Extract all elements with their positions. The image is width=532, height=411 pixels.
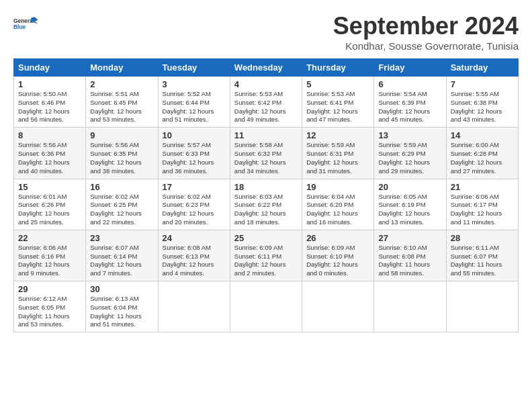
month-year: September 2024 bbox=[333, 12, 519, 40]
day-info: Sunrise: 6:01 AM Sunset: 6:26 PM Dayligh… bbox=[18, 193, 81, 227]
logo-icon: General Blue bbox=[13, 12, 38, 36]
day-cell: 18Sunrise: 6:03 AM Sunset: 6:22 PM Dayli… bbox=[230, 179, 302, 230]
day-cell: 2Sunrise: 5:51 AM Sunset: 6:45 PM Daylig… bbox=[86, 77, 158, 128]
day-cell: 3Sunrise: 5:52 AM Sunset: 6:44 PM Daylig… bbox=[158, 77, 230, 128]
day-cell: 5Sunrise: 5:53 AM Sunset: 6:41 PM Daylig… bbox=[302, 77, 374, 128]
day-number: 6 bbox=[378, 79, 441, 89]
day-number: 9 bbox=[90, 130, 153, 140]
day-number: 17 bbox=[163, 182, 226, 192]
day-info: Sunrise: 6:02 AM Sunset: 6:25 PM Dayligh… bbox=[90, 193, 153, 227]
day-number: 8 bbox=[18, 130, 81, 140]
calendar-table: SundayMondayTuesdayWednesdayThursdayFrid… bbox=[13, 58, 519, 332]
day-info: Sunrise: 6:13 AM Sunset: 6:04 PM Dayligh… bbox=[90, 295, 153, 329]
day-number: 26 bbox=[306, 233, 369, 243]
day-cell: 19Sunrise: 6:04 AM Sunset: 6:20 PM Dayli… bbox=[302, 179, 374, 230]
day-cell: 23Sunrise: 6:07 AM Sunset: 6:14 PM Dayli… bbox=[86, 230, 158, 281]
day-cell: 12Sunrise: 5:59 AM Sunset: 6:31 PM Dayli… bbox=[302, 128, 374, 179]
week-row-4: 22Sunrise: 6:06 AM Sunset: 6:16 PM Dayli… bbox=[14, 230, 519, 281]
day-cell bbox=[302, 281, 374, 332]
day-info: Sunrise: 5:54 AM Sunset: 6:39 PM Dayligh… bbox=[378, 90, 441, 124]
header: General Blue September 2024 Kondhar, Sou… bbox=[13, 12, 519, 52]
day-info: Sunrise: 5:59 AM Sunset: 6:31 PM Dayligh… bbox=[306, 141, 369, 175]
day-number: 12 bbox=[306, 130, 369, 140]
day-info: Sunrise: 6:12 AM Sunset: 6:05 PM Dayligh… bbox=[18, 295, 81, 329]
day-number: 2 bbox=[90, 79, 153, 89]
day-info: Sunrise: 5:55 AM Sunset: 6:38 PM Dayligh… bbox=[451, 90, 514, 124]
day-info: Sunrise: 6:10 AM Sunset: 6:08 PM Dayligh… bbox=[378, 244, 441, 278]
day-cell: 15Sunrise: 6:01 AM Sunset: 6:26 PM Dayli… bbox=[14, 179, 86, 230]
day-info: Sunrise: 6:03 AM Sunset: 6:22 PM Dayligh… bbox=[234, 193, 298, 227]
day-info: Sunrise: 6:07 AM Sunset: 6:14 PM Dayligh… bbox=[90, 244, 153, 278]
week-row-3: 15Sunrise: 6:01 AM Sunset: 6:26 PM Dayli… bbox=[14, 179, 519, 230]
weekday-tuesday: Tuesday bbox=[158, 59, 230, 77]
day-info: Sunrise: 5:53 AM Sunset: 6:41 PM Dayligh… bbox=[306, 90, 369, 124]
day-cell: 20Sunrise: 6:05 AM Sunset: 6:19 PM Dayli… bbox=[374, 179, 446, 230]
day-info: Sunrise: 5:57 AM Sunset: 6:33 PM Dayligh… bbox=[163, 141, 226, 175]
day-cell: 28Sunrise: 6:11 AM Sunset: 6:07 PM Dayli… bbox=[446, 230, 518, 281]
day-info: Sunrise: 5:58 AM Sunset: 6:32 PM Dayligh… bbox=[234, 141, 298, 175]
week-row-2: 8Sunrise: 5:56 AM Sunset: 6:36 PM Daylig… bbox=[14, 128, 519, 179]
day-info: Sunrise: 6:00 AM Sunset: 6:28 PM Dayligh… bbox=[451, 141, 514, 175]
day-cell: 10Sunrise: 5:57 AM Sunset: 6:33 PM Dayli… bbox=[158, 128, 230, 179]
day-cell: 7Sunrise: 5:55 AM Sunset: 6:38 PM Daylig… bbox=[446, 77, 518, 128]
day-info: Sunrise: 6:08 AM Sunset: 6:13 PM Dayligh… bbox=[163, 244, 226, 278]
day-cell: 1Sunrise: 5:50 AM Sunset: 6:46 PM Daylig… bbox=[14, 77, 86, 128]
day-info: Sunrise: 6:06 AM Sunset: 6:16 PM Dayligh… bbox=[18, 244, 81, 278]
day-info: Sunrise: 5:51 AM Sunset: 6:45 PM Dayligh… bbox=[90, 90, 153, 124]
day-number: 25 bbox=[234, 233, 298, 243]
day-number: 11 bbox=[234, 130, 298, 140]
day-info: Sunrise: 6:04 AM Sunset: 6:20 PM Dayligh… bbox=[306, 193, 369, 227]
day-number: 18 bbox=[234, 182, 298, 192]
calendar-body: 1Sunrise: 5:50 AM Sunset: 6:46 PM Daylig… bbox=[14, 77, 519, 332]
day-cell: 26Sunrise: 6:09 AM Sunset: 6:10 PM Dayli… bbox=[302, 230, 374, 281]
day-cell: 25Sunrise: 6:09 AM Sunset: 6:11 PM Dayli… bbox=[230, 230, 302, 281]
day-number: 14 bbox=[451, 130, 514, 140]
day-info: Sunrise: 6:09 AM Sunset: 6:10 PM Dayligh… bbox=[306, 244, 369, 278]
day-number: 27 bbox=[378, 233, 441, 243]
day-cell bbox=[158, 281, 230, 332]
day-cell bbox=[446, 281, 518, 332]
day-cell: 13Sunrise: 5:59 AM Sunset: 6:29 PM Dayli… bbox=[374, 128, 446, 179]
day-cell: 21Sunrise: 6:06 AM Sunset: 6:17 PM Dayli… bbox=[446, 179, 518, 230]
day-number: 4 bbox=[234, 79, 298, 89]
day-number: 1 bbox=[18, 79, 81, 89]
day-number: 23 bbox=[90, 233, 153, 243]
day-cell: 16Sunrise: 6:02 AM Sunset: 6:25 PM Dayli… bbox=[86, 179, 158, 230]
day-info: Sunrise: 5:52 AM Sunset: 6:44 PM Dayligh… bbox=[163, 90, 226, 124]
weekday-thursday: Thursday bbox=[302, 59, 374, 77]
day-info: Sunrise: 5:56 AM Sunset: 6:36 PM Dayligh… bbox=[18, 141, 81, 175]
title-section: September 2024 Kondhar, Sousse Governora… bbox=[333, 12, 519, 52]
weekday-sunday: Sunday bbox=[14, 59, 86, 77]
weekday-saturday: Saturday bbox=[446, 59, 518, 77]
day-cell bbox=[230, 281, 302, 332]
day-cell: 17Sunrise: 6:02 AM Sunset: 6:23 PM Dayli… bbox=[158, 179, 230, 230]
calendar-page: General Blue September 2024 Kondhar, Sou… bbox=[0, 0, 532, 339]
day-number: 30 bbox=[90, 284, 153, 294]
day-cell: 9Sunrise: 5:56 AM Sunset: 6:35 PM Daylig… bbox=[86, 128, 158, 179]
day-cell: 24Sunrise: 6:08 AM Sunset: 6:13 PM Dayli… bbox=[158, 230, 230, 281]
day-cell: 14Sunrise: 6:00 AM Sunset: 6:28 PM Dayli… bbox=[446, 128, 518, 179]
day-cell: 6Sunrise: 5:54 AM Sunset: 6:39 PM Daylig… bbox=[374, 77, 446, 128]
day-info: Sunrise: 5:59 AM Sunset: 6:29 PM Dayligh… bbox=[378, 141, 441, 175]
day-number: 20 bbox=[378, 182, 441, 192]
day-cell: 22Sunrise: 6:06 AM Sunset: 6:16 PM Dayli… bbox=[14, 230, 86, 281]
day-cell: 29Sunrise: 6:12 AM Sunset: 6:05 PM Dayli… bbox=[14, 281, 86, 332]
day-number: 21 bbox=[451, 182, 514, 192]
weekday-wednesday: Wednesday bbox=[230, 59, 302, 77]
day-number: 5 bbox=[306, 79, 369, 89]
weekday-monday: Monday bbox=[86, 59, 158, 77]
day-cell: 11Sunrise: 5:58 AM Sunset: 6:32 PM Dayli… bbox=[230, 128, 302, 179]
day-number: 22 bbox=[18, 233, 81, 243]
day-cell: 4Sunrise: 5:53 AM Sunset: 6:42 PM Daylig… bbox=[230, 77, 302, 128]
day-number: 13 bbox=[378, 130, 441, 140]
day-cell: 30Sunrise: 6:13 AM Sunset: 6:04 PM Dayli… bbox=[86, 281, 158, 332]
week-row-5: 29Sunrise: 6:12 AM Sunset: 6:05 PM Dayli… bbox=[14, 281, 519, 332]
day-number: 28 bbox=[451, 233, 514, 243]
day-number: 3 bbox=[163, 79, 226, 89]
day-info: Sunrise: 6:02 AM Sunset: 6:23 PM Dayligh… bbox=[163, 193, 226, 227]
day-number: 15 bbox=[18, 182, 81, 192]
week-row-1: 1Sunrise: 5:50 AM Sunset: 6:46 PM Daylig… bbox=[14, 77, 519, 128]
day-number: 24 bbox=[163, 233, 226, 243]
day-cell: 27Sunrise: 6:10 AM Sunset: 6:08 PM Dayli… bbox=[374, 230, 446, 281]
day-number: 19 bbox=[306, 182, 369, 192]
